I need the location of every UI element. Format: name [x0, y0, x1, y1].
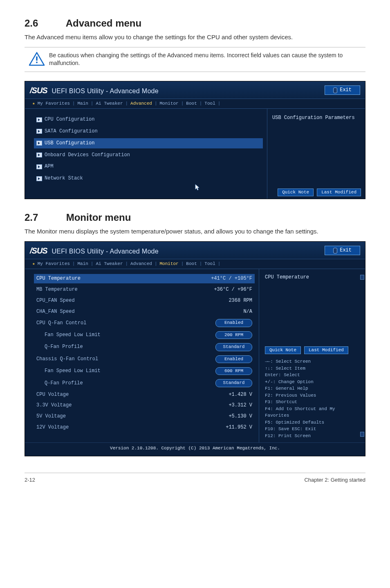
menu-item-label: CPU Configuration — [45, 116, 94, 123]
quick-note-button[interactable]: Quick Note — [265, 346, 301, 354]
monitor-row[interactable]: CPU Voltage+1.428 V — [34, 390, 255, 399]
section-number: 2.7 — [25, 211, 63, 224]
advanced-menu-item[interactable]: Onboard Devices Configuration — [34, 150, 263, 160]
tab-my-favorites[interactable]: My Favorites — [38, 101, 70, 107]
tab-ai-tweaker[interactable]: Ai Tweaker — [96, 261, 123, 267]
value-text: N/A — [243, 308, 252, 315]
monitor-row-label: Fan Speed Low Limit — [45, 368, 101, 375]
tab-boot[interactable]: Boot — [186, 261, 197, 267]
advanced-help-pane: USB Configuration Parameters Quick Note … — [267, 109, 365, 199]
monitor-row[interactable]: MB Temperature+36°C / +96°F — [34, 285, 255, 294]
monitor-row-label: 12V Voltage — [36, 424, 69, 431]
caution-icon — [25, 52, 49, 66]
chevron-right-icon — [36, 117, 42, 122]
value-pill[interactable]: Enabled — [215, 319, 252, 327]
monitor-row[interactable]: CHA_FAN SpeedN/A — [34, 307, 255, 316]
value-pill[interactable]: Standard — [215, 379, 252, 387]
hint-line: F2: Previous Values — [265, 392, 360, 399]
monitor-row-label: Chassis Q-Fan Control — [36, 356, 98, 363]
monitor-row-label: 3.3V Voltage — [36, 402, 72, 409]
section-heading: 2.7 Monitor menu — [25, 211, 365, 224]
menu-item-label: APM — [45, 163, 54, 170]
monitor-row-label: CPU_FAN Speed — [36, 297, 75, 304]
bios-title: /SUS UEFI BIOS Utility - Advanced Mode — [30, 85, 159, 96]
monitor-row[interactable]: CPU_FAN Speed2368 RPM — [34, 296, 255, 305]
last-modified-button[interactable]: Last Modified — [317, 189, 361, 196]
hint-line: F4: Add to Shortcut and My Favorites — [265, 406, 360, 419]
monitor-row-label: Fan Speed Low Limit — [45, 332, 101, 339]
tab-main[interactable]: Main — [77, 101, 88, 107]
monitor-row[interactable]: 12V Voltage+11.952 V — [34, 423, 255, 432]
tab-advanced[interactable]: Advanced — [130, 101, 152, 107]
monitor-row[interactable]: Fan Speed Low Limit600 RPM — [34, 366, 255, 376]
value-pill[interactable]: Standard — [215, 343, 252, 351]
monitor-row-label: CPU Q-Fan Control — [36, 320, 86, 327]
monitor-row[interactable]: 5V Voltage+5.130 V — [34, 412, 255, 421]
tab-tool[interactable]: Tool — [204, 261, 215, 267]
exit-button[interactable]: Exit — [325, 246, 360, 255]
scroll-down-icon[interactable] — [360, 432, 364, 437]
bios-monitor-screenshot: /SUS UEFI BIOS Utility - Advanced Mode E… — [25, 241, 365, 456]
exit-button[interactable]: Exit — [325, 85, 360, 95]
last-modified-button[interactable]: Last Modified — [304, 346, 348, 354]
value-text: +41°C / +105°F — [211, 275, 252, 282]
scroll-up-icon[interactable] — [360, 275, 364, 280]
advanced-menu-item[interactable]: CPU Configuration — [34, 114, 263, 125]
brand-logo: /SUS — [30, 86, 47, 95]
chapter-label: Chapter 2: Getting started — [304, 476, 365, 484]
tab-my-favorites[interactable]: My Favorites — [38, 261, 70, 267]
monitor-row[interactable]: Q-Fan ProfileStandard — [34, 378, 255, 388]
quick-note-button[interactable]: Quick Note — [278, 189, 314, 196]
hint-line: ↑↓: Select Item — [265, 365, 360, 372]
value-pill[interactable]: 600 RPM — [215, 367, 252, 375]
value-text: +36°C / +96°F — [214, 286, 252, 293]
monitor-help-pane: CPU Temperature Quick Note Last Modified… — [259, 269, 365, 442]
value-pill[interactable]: Enabled — [215, 355, 252, 363]
monitor-row[interactable]: Chassis Q-Fan ControlEnabled — [34, 354, 255, 364]
bios-advanced-screenshot: /SUS UEFI BIOS Utility - Advanced Mode E… — [25, 81, 365, 199]
svg-rect-0 — [36, 56, 37, 61]
monitor-row-label: Q-Fan Profile — [45, 343, 83, 350]
monitor-row-label: Q-Fan Profile — [45, 380, 83, 387]
tab-boot[interactable]: Boot — [186, 101, 197, 107]
section-title: Monitor menu — [66, 212, 131, 223]
section-body: The Advanced menu items allow you to cha… — [25, 33, 365, 41]
monitor-row[interactable]: CPU Temperature+41°C / +105°F — [34, 274, 255, 283]
value-pill[interactable]: 200 RPM — [215, 331, 252, 339]
advanced-menu-item[interactable]: APM — [34, 162, 263, 172]
menu-item-label: Onboard Devices Configuration — [45, 152, 130, 159]
monitor-list: CPU Temperature+41°C / +105°FMB Temperat… — [25, 269, 259, 442]
value-text: +11.952 V — [226, 424, 252, 431]
monitor-row[interactable]: 3.3V Voltage+3.312 V — [34, 401, 255, 410]
tab-main[interactable]: Main — [77, 261, 88, 267]
monitor-row-label: CPU Voltage — [36, 391, 69, 398]
monitor-row[interactable]: Q-Fan ProfileStandard — [34, 342, 255, 352]
advanced-menu-item[interactable]: USB Configuration — [34, 138, 263, 148]
mouse-icon — [333, 248, 337, 254]
advanced-menu-item[interactable]: Network Stack — [34, 173, 263, 184]
svg-rect-1 — [36, 61, 37, 63]
brand-logo: /SUS — [30, 246, 47, 255]
bios-tabs: ★ My Favorites| Main| Ai Tweaker| Advanc… — [25, 259, 365, 269]
star-icon: ★ — [32, 261, 35, 267]
advanced-menu-item[interactable]: SATA Configuration — [34, 126, 263, 137]
hint-line: F5: Optimized Defaults — [265, 419, 360, 426]
keyboard-hints: →←: Select Screen↑↓: Select ItemEnter: S… — [265, 358, 360, 439]
tab-tool[interactable]: Tool — [204, 101, 215, 107]
tab-advanced[interactable]: Advanced — [130, 261, 152, 267]
help-title: USB Configuration Parameters — [272, 114, 360, 121]
menu-item-label: SATA Configuration — [45, 128, 98, 135]
monitor-row-label: CPU Temperature — [36, 275, 81, 282]
hint-line: →←: Select Screen — [265, 358, 360, 365]
monitor-row[interactable]: Fan Speed Low Limit200 RPM — [34, 330, 255, 340]
value-text: +3.312 V — [229, 402, 252, 409]
tab-monitor[interactable]: Monitor — [160, 101, 179, 107]
tab-monitor[interactable]: Monitor — [160, 261, 179, 267]
page-number: 2-12 — [25, 476, 35, 484]
star-icon: ★ — [32, 101, 35, 107]
monitor-row[interactable]: CPU Q-Fan ControlEnabled — [34, 318, 255, 328]
monitor-row-label: 5V Voltage — [36, 413, 66, 420]
hint-line: Enter: Select — [265, 372, 360, 379]
section-heading: 2.6 Advanced menu — [25, 16, 365, 30]
tab-ai-tweaker[interactable]: Ai Tweaker — [96, 101, 123, 107]
